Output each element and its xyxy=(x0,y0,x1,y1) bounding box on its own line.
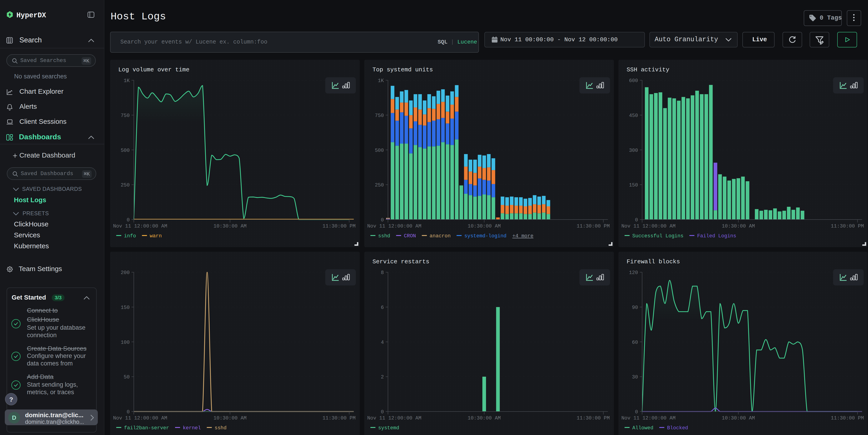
svg-text:150: 150 xyxy=(121,305,130,311)
svg-text:60: 60 xyxy=(632,340,638,345)
svg-text:Allowed: Allowed xyxy=(632,425,653,431)
svg-text:600: 600 xyxy=(629,78,638,84)
svg-text:Firewall blocks: Firewall blocks xyxy=(627,258,680,265)
svg-text:4: 4 xyxy=(381,340,384,345)
svg-text:0: 0 xyxy=(127,409,130,415)
svg-text:10:30:00 AM: 10:30:00 AM xyxy=(722,415,755,421)
svg-text:300: 300 xyxy=(629,148,638,153)
svg-text:Successful Logins: Successful Logins xyxy=(632,233,683,239)
svg-text:Nov 11 12:00:00 AM: Nov 11 12:00:00 AM xyxy=(113,223,167,229)
svg-text:kernel: kernel xyxy=(183,425,201,431)
svg-text:250: 250 xyxy=(375,182,384,188)
svg-text:750: 750 xyxy=(121,113,130,119)
svg-text:11:30:00 PM: 11:30:00 PM xyxy=(831,223,864,229)
svg-text:Log volume over time: Log volume over time xyxy=(118,66,189,73)
svg-text:10:30:00 AM: 10:30:00 AM xyxy=(214,223,247,229)
svg-text:250: 250 xyxy=(121,182,130,188)
svg-text:CRON: CRON xyxy=(404,233,416,239)
svg-text:Top systemd units: Top systemd units xyxy=(372,66,433,73)
svg-text:info: info xyxy=(124,233,136,239)
svg-text:Nov 11 12:00:00 AM: Nov 11 12:00:00 AM xyxy=(621,223,676,229)
svg-text:10:30:00 AM: 10:30:00 AM xyxy=(722,223,755,229)
svg-text:Failed Logins: Failed Logins xyxy=(697,233,736,239)
svg-text:SSH activity: SSH activity xyxy=(627,66,669,73)
svg-text:11:30:00 PM: 11:30:00 PM xyxy=(322,223,355,229)
svg-text:warn: warn xyxy=(150,233,162,239)
svg-text:systemd-logind: systemd-logind xyxy=(464,233,506,239)
svg-text:11:30:00 PM: 11:30:00 PM xyxy=(577,415,610,421)
svg-text:500: 500 xyxy=(375,148,384,153)
svg-text:fail2ban-server: fail2ban-server xyxy=(124,425,169,431)
svg-text:sshd: sshd xyxy=(215,425,226,431)
svg-text:750: 750 xyxy=(375,113,384,119)
svg-text:1K: 1K xyxy=(124,78,130,84)
svg-text:100: 100 xyxy=(121,340,130,345)
svg-text:450: 450 xyxy=(629,113,638,119)
svg-text:Service restarts: Service restarts xyxy=(372,258,429,265)
svg-text:200: 200 xyxy=(121,270,130,276)
svg-text:8: 8 xyxy=(381,270,384,276)
svg-text:6: 6 xyxy=(381,305,384,311)
svg-text:0: 0 xyxy=(127,217,130,223)
svg-text:90: 90 xyxy=(632,305,638,311)
svg-text:Nov 11 12:00:00 AM: Nov 11 12:00:00 AM xyxy=(367,415,422,421)
svg-text:0: 0 xyxy=(635,217,638,223)
svg-text:1K: 1K xyxy=(378,78,384,84)
svg-text:+4 more: +4 more xyxy=(513,233,533,239)
svg-text:30: 30 xyxy=(632,374,638,380)
svg-text:11:30:00 PM: 11:30:00 PM xyxy=(322,415,355,421)
svg-text:50: 50 xyxy=(124,374,130,380)
svg-text:0: 0 xyxy=(381,409,384,415)
svg-text:11:30:00 PM: 11:30:00 PM xyxy=(831,415,864,421)
svg-text:120: 120 xyxy=(629,270,638,276)
svg-text:0: 0 xyxy=(635,409,638,415)
svg-text:0: 0 xyxy=(381,217,384,223)
svg-text:systemd: systemd xyxy=(378,425,399,431)
svg-text:Nov 11 12:00:00 AM: Nov 11 12:00:00 AM xyxy=(367,223,422,229)
svg-text:Blocked: Blocked xyxy=(667,425,688,431)
svg-text:Nov 11 12:00:00 AM: Nov 11 12:00:00 AM xyxy=(621,415,676,421)
svg-text:500: 500 xyxy=(121,148,130,153)
svg-text:10:30:00 AM: 10:30:00 AM xyxy=(214,415,247,421)
svg-text:Nov 11 12:00:00 AM: Nov 11 12:00:00 AM xyxy=(113,415,167,421)
svg-text:10:30:00 AM: 10:30:00 AM xyxy=(468,415,501,421)
svg-text:11:30:00 PM: 11:30:00 PM xyxy=(577,223,610,229)
svg-text:2: 2 xyxy=(381,374,384,380)
svg-text:150: 150 xyxy=(629,182,638,188)
svg-text:anacron: anacron xyxy=(430,233,451,239)
svg-text:sshd: sshd xyxy=(378,233,390,239)
svg-text:10:30:00 AM: 10:30:00 AM xyxy=(468,223,501,229)
